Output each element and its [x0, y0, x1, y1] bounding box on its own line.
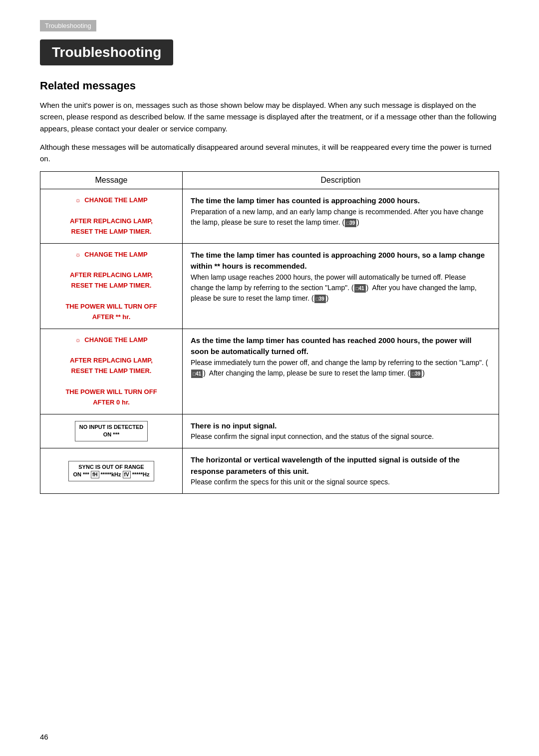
- desc-bold-4: There is no input signal.: [191, 421, 277, 430]
- desc-bold-2: The time the lamp timer has counted is a…: [191, 251, 485, 271]
- col-header-message: Message: [40, 172, 183, 189]
- desc-cell-1: The time the lamp timer has counted is a…: [183, 189, 499, 243]
- intro-paragraph-1: When the unit's power is on, messages su…: [40, 99, 499, 134]
- message-cell-4: NO INPUT IS DETECTEDON ***: [40, 414, 183, 448]
- msg-line-1b: RESET THE LAMP TIMER.: [48, 227, 174, 237]
- msg-line-2b: RESET THE LAMP TIMER.: [48, 281, 174, 291]
- msg-line-2c: THE POWER WILL TURN OFF: [48, 302, 174, 312]
- desc-normal-5: Please confirm the specs for this unit o…: [191, 478, 390, 486]
- table-row: ☼ CHANGE THE LAMP AFTER REPLACING LAMP, …: [40, 243, 499, 329]
- section-title: Troubleshooting: [40, 39, 173, 65]
- desc-normal-1: Preparation of a new lamp, and an early …: [191, 208, 484, 226]
- msg-sun-icon-1: ☼ CHANGE THE LAMP: [48, 195, 174, 206]
- page-number: 46: [40, 733, 48, 741]
- col-header-description: Description: [183, 172, 499, 189]
- desc-bold-5: The horizontal or vertical wavelength of…: [191, 455, 460, 475]
- msg-line-3a: AFTER REPLACING LAMP,: [48, 356, 174, 366]
- desc-bold-3: As the time the lamp timer has counted h…: [191, 336, 472, 356]
- desc-normal-2: When lamp usage reaches 2000 hours, the …: [191, 273, 477, 302]
- msg-line-3b: RESET THE LAMP TIMER.: [48, 366, 174, 377]
- message-table: Message Description ☼ CHANGE THE LAMP AF…: [40, 171, 499, 494]
- msg-line-3d: AFTER 0 hr.: [48, 397, 174, 408]
- message-cell-2: ☼ CHANGE THE LAMP AFTER REPLACING LAMP, …: [40, 243, 183, 329]
- desc-normal-4: Please confirm the signal input connecti…: [191, 432, 434, 440]
- desc-normal-3: Please immediately turn the power off, a…: [191, 359, 488, 377]
- msg-line-1a: AFTER REPLACING LAMP,: [48, 216, 174, 227]
- table-row: ☼ CHANGE THE LAMP AFTER REPLACING LAMP, …: [40, 189, 499, 243]
- message-cell-5: SYNC IS OUT OF RANGEON *** fH *****kHz f…: [40, 448, 183, 494]
- message-cell-3: ☼ CHANGE THE LAMP AFTER REPLACING LAMP, …: [40, 329, 183, 414]
- desc-bold-1: The time the lamp timer has counted is a…: [191, 196, 420, 205]
- ref-icon-1: □39: [345, 219, 356, 227]
- subsection-title: Related messages: [40, 79, 499, 92]
- breadcrumb: Troubleshooting: [40, 20, 96, 31]
- page: Troubleshooting Troubleshooting Related …: [0, 0, 539, 756]
- table-row: SYNC IS OUT OF RANGEON *** fH *****kHz f…: [40, 448, 499, 494]
- msg-sun-icon-2: ☼ CHANGE THE LAMP: [48, 250, 174, 260]
- ref-icon-2b: □39: [314, 295, 326, 303]
- ref-icon-3a: □41: [191, 370, 203, 378]
- table-row: ☼ CHANGE THE LAMP AFTER REPLACING LAMP, …: [40, 329, 499, 414]
- desc-cell-3: As the time the lamp timer has counted h…: [183, 329, 499, 414]
- desc-cell-4: There is no input signal. Please confirm…: [183, 414, 499, 448]
- message-cell-1: ☼ CHANGE THE LAMP AFTER REPLACING LAMP, …: [40, 189, 183, 243]
- msg-line-3c: THE POWER WILL TURN OFF: [48, 387, 174, 397]
- ref-icon-3b: □39: [410, 370, 422, 378]
- ref-icon-2a: □41: [354, 284, 366, 293]
- boxed-message-5: SYNC IS OUT OF RANGEON *** fH *****kHz f…: [68, 461, 154, 481]
- boxed-message-4: NO INPUT IS DETECTEDON ***: [75, 421, 148, 441]
- msg-line-2d: AFTER ** hr.: [48, 312, 174, 323]
- intro-paragraph-2: Although these messages will be automati…: [40, 141, 499, 165]
- msg-line-2a: AFTER REPLACING LAMP,: [48, 270, 174, 281]
- desc-cell-5: The horizontal or vertical wavelength of…: [183, 448, 499, 494]
- table-row: NO INPUT IS DETECTEDON *** There is no i…: [40, 414, 499, 448]
- msg-sun-icon-3: ☼ CHANGE THE LAMP: [48, 335, 174, 346]
- desc-cell-2: The time the lamp timer has counted is a…: [183, 243, 499, 329]
